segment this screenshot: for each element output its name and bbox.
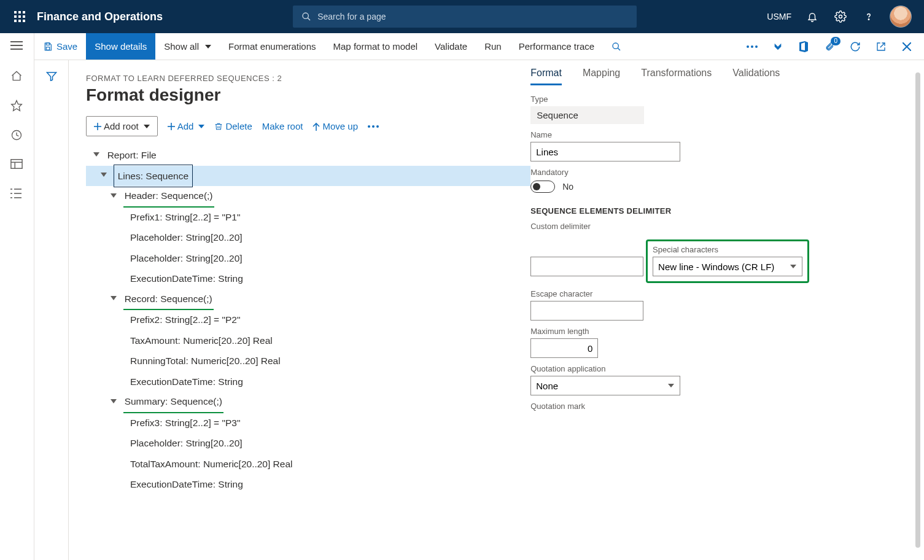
svg-rect-27: [46, 43, 49, 45]
top-header: Finance and Operations Search for a page…: [0, 0, 924, 33]
svg-point-33: [755, 45, 758, 48]
save-label: Save: [56, 41, 77, 52]
left-rail: [0, 33, 34, 60]
svg-line-30: [618, 48, 620, 50]
show-details-button[interactable]: Show details: [86, 33, 155, 60]
overflow-menu-icon[interactable]: [746, 41, 758, 53]
svg-point-31: [747, 45, 749, 48]
svg-rect-0: [14, 11, 17, 14]
svg-rect-1: [18, 11, 21, 14]
svg-rect-5: [23, 15, 25, 18]
help-icon[interactable]: [861, 9, 876, 24]
office-icon[interactable]: [798, 41, 810, 53]
svg-rect-6: [14, 20, 17, 22]
svg-rect-3: [14, 15, 17, 18]
search-placeholder: Search for a page: [317, 12, 386, 21]
svg-rect-2: [23, 11, 25, 14]
refresh-icon[interactable]: [849, 41, 861, 53]
svg-point-11: [839, 15, 842, 18]
action-search-button[interactable]: [603, 33, 630, 60]
attachments-icon[interactable]: 0: [823, 41, 836, 53]
svg-rect-7: [18, 20, 21, 22]
close-icon[interactable]: [901, 41, 913, 53]
pin-icon[interactable]: [772, 41, 784, 53]
format-enumerations-button[interactable]: Format enumerations: [220, 33, 325, 60]
run-button[interactable]: Run: [476, 33, 510, 60]
gear-icon[interactable]: [833, 9, 848, 24]
map-format-to-model-button[interactable]: Map format to model: [325, 33, 427, 60]
svg-marker-34: [775, 43, 782, 50]
popout-icon[interactable]: [875, 41, 887, 53]
performance-trace-button[interactable]: Performance trace: [510, 33, 603, 60]
svg-line-10: [308, 18, 310, 20]
save-button[interactable]: Save: [34, 33, 86, 60]
environment-label[interactable]: USMF: [767, 12, 791, 21]
svg-rect-4: [18, 15, 21, 18]
svg-point-12: [868, 19, 869, 20]
attachments-badge: 0: [831, 37, 841, 45]
avatar[interactable]: [890, 6, 912, 28]
svg-rect-28: [46, 47, 49, 50]
svg-point-29: [613, 43, 618, 49]
app-title: Finance and Operations: [37, 10, 163, 23]
svg-point-9: [303, 13, 308, 18]
search-input[interactable]: Search for a page: [293, 6, 637, 28]
svg-point-32: [751, 45, 753, 48]
action-bar: Save Show details Show all Format enumer…: [0, 33, 924, 60]
validate-button[interactable]: Validate: [426, 33, 476, 60]
show-all-button[interactable]: Show all: [155, 33, 220, 60]
waffle-icon[interactable]: [7, 11, 32, 22]
svg-rect-8: [23, 20, 25, 22]
bell-icon[interactable]: [805, 9, 820, 24]
hamburger-icon[interactable]: [10, 41, 24, 54]
